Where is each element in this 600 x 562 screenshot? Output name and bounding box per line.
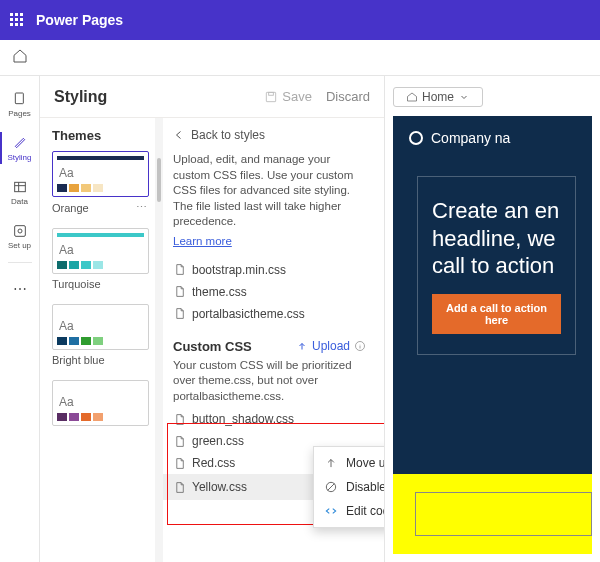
rail-pages[interactable]: Pages (0, 82, 40, 126)
back-to-styles[interactable]: Back to styles (173, 128, 370, 142)
themes-scrollbar[interactable] (155, 118, 163, 562)
theme-card-4[interactable]: Aa (52, 380, 149, 426)
rail-separator (8, 262, 32, 263)
theme-label-row: Bright blue (52, 354, 149, 366)
svg-rect-4 (267, 92, 276, 101)
themes-heading: Themes (52, 128, 149, 143)
context-menu: Move up Disable Edit code (313, 446, 384, 528)
cta-button[interactable]: Add a call to action here (432, 294, 561, 334)
file-name: Red.css (192, 456, 235, 470)
custom-css-header: Custom CSS Upload (173, 339, 370, 354)
hero-section: Create an en headline, we call to action… (417, 176, 576, 355)
back-label: Back to styles (191, 128, 265, 142)
titlebar: Power Pages (0, 0, 600, 40)
preview-breadcrumb: Home (393, 84, 592, 110)
logo-icon (409, 131, 423, 145)
scroll-thumb[interactable] (157, 158, 161, 202)
discard-button[interactable]: Discard (326, 89, 370, 104)
theme-label-row: Turquoise (52, 278, 149, 290)
breadcrumb-home[interactable]: Home (393, 87, 483, 107)
save-label: Save (282, 89, 312, 104)
base-css-file[interactable]: theme.css (173, 281, 370, 303)
file-name: button_shadow.css (192, 412, 294, 426)
base-css-file[interactable]: portalbasictheme.css (173, 303, 370, 325)
svg-point-3 (18, 229, 22, 233)
file-name: bootstrap.min.css (192, 263, 286, 277)
rail-label: Set up (8, 241, 31, 250)
preview-frame: Company na Create an en headline, we cal… (393, 116, 592, 554)
hero-headline: Create an en headline, we call to action (432, 197, 561, 280)
styling-title: Styling (54, 88, 250, 106)
learn-more-link[interactable]: Learn more (173, 235, 232, 247)
ctx-label: Disable (346, 480, 384, 494)
breadcrumb-label: Home (422, 90, 454, 104)
file-name: green.css (192, 434, 244, 448)
base-css-file[interactable]: bootstrap.min.css (173, 259, 370, 281)
save-button[interactable]: Save (264, 89, 312, 104)
app-title: Power Pages (36, 12, 123, 28)
home-icon[interactable] (12, 48, 28, 68)
css-description: Upload, edit, and manage your custom CSS… (173, 152, 370, 230)
info-icon (354, 340, 366, 352)
styling-pane: Styling Save Discard Themes Aa Orange (40, 76, 385, 562)
svg-rect-2 (14, 225, 25, 236)
ctx-disable[interactable]: Disable (314, 475, 384, 499)
rail-label: Pages (8, 109, 31, 118)
discard-label: Discard (326, 89, 370, 104)
svg-rect-5 (269, 92, 274, 95)
theme-card-brightblue[interactable]: Aa (52, 304, 149, 350)
custom-css-desc: Your custom CSS will be prioritized over… (173, 358, 370, 405)
rail-label: Data (11, 197, 28, 206)
upload-button[interactable]: Upload (292, 339, 370, 353)
file-name: theme.css (192, 285, 247, 299)
rail-data[interactable]: Data (0, 170, 40, 214)
upload-label: Upload (312, 339, 350, 353)
ctx-edit-code[interactable]: Edit code (314, 499, 384, 523)
theme-card-turquoise[interactable]: Aa (52, 228, 149, 274)
ctx-label: Move up (346, 456, 384, 470)
svg-rect-0 (15, 93, 23, 104)
app-launcher-icon[interactable] (10, 13, 24, 27)
ctx-label: Edit code (346, 504, 384, 518)
company-name: Company na (431, 130, 510, 146)
chevron-down-icon (458, 91, 470, 103)
theme-card-orange[interactable]: Aa (52, 151, 149, 197)
rail-styling[interactable]: Styling (0, 126, 40, 170)
themes-column: Themes Aa Orange ⋯ Aa Turquoise (40, 118, 155, 562)
theme-label-row: Orange ⋯ (52, 201, 149, 214)
rail-setup[interactable]: Set up (0, 214, 40, 258)
theme-label: Turquoise (52, 278, 101, 290)
nav-rail: Pages Styling Data Set up ⋯ (0, 76, 40, 562)
preview-yellow-strip (393, 474, 592, 554)
rail-label: Styling (7, 153, 31, 162)
custom-css-file[interactable]: button_shadow.css (173, 408, 370, 430)
theme-label: Orange (52, 202, 89, 214)
custom-css-title: Custom CSS (173, 339, 252, 354)
preview-pane: Home Company na Create an en headline, w… (385, 76, 600, 562)
preview-header: Company na (393, 116, 592, 160)
css-panel: Back to styles Upload, edit, and manage … (163, 118, 384, 562)
styling-header: Styling Save Discard (40, 76, 384, 118)
file-name: portalbasictheme.css (192, 307, 305, 321)
file-name: Yellow.css (192, 480, 247, 494)
svg-rect-1 (14, 182, 25, 191)
ctx-move-up[interactable]: Move up (314, 451, 384, 475)
theme-label: Bright blue (52, 354, 105, 366)
rail-more[interactable]: ⋯ (0, 267, 40, 311)
breadcrumb-bar (0, 40, 600, 76)
theme-menu-icon[interactable]: ⋯ (136, 201, 149, 214)
